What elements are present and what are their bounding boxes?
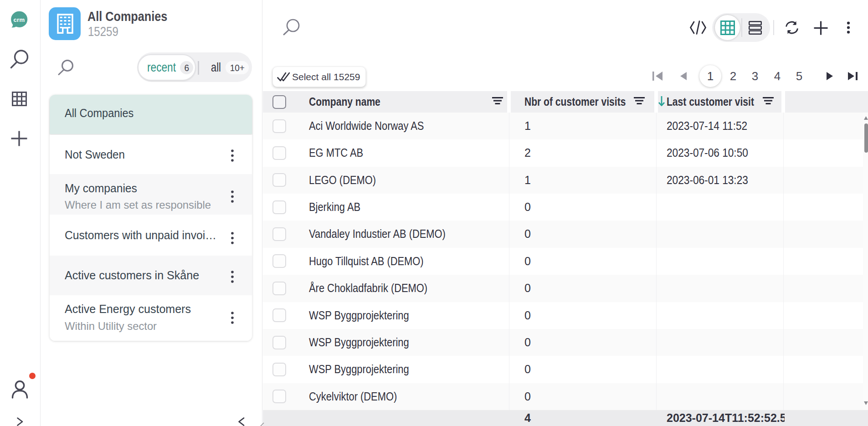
svg-text:crm: crm (14, 16, 25, 23)
